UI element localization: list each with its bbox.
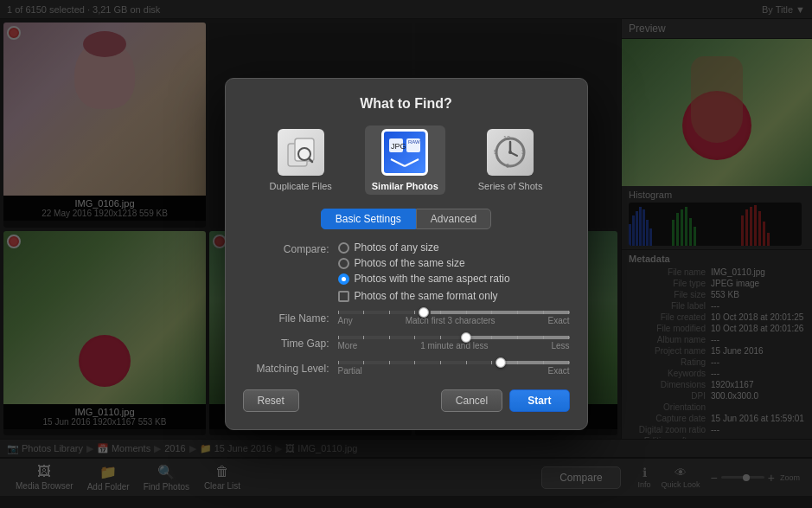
time-gap-label-right: Less [551, 341, 569, 350]
time-gap-row: Time Gap: More 1 minute and less Less [243, 336, 570, 352]
file-name-label-left: Any [338, 316, 353, 325]
checkbox-label-same-format: Photos of the same format only [355, 290, 498, 302]
compare-label: Compare: [243, 241, 338, 255]
tab-basic-settings[interactable]: Basic Settings [321, 209, 416, 229]
file-name-slider-container: Any Match first 3 characters Exact [338, 311, 570, 325]
modal-icon-row: Duplicate Files JPG RAW Similar Photos [243, 125, 570, 195]
matching-level-slider-labels: Partial Exact [338, 366, 570, 376]
svg-text:JPG: JPG [391, 142, 406, 151]
time-gap-label: Time Gap: [243, 336, 338, 350]
duplicate-files-icon-box [278, 129, 324, 176]
matching-level-label-right: Exact [547, 366, 569, 376]
duplicate-files-option[interactable]: Duplicate Files [263, 125, 339, 195]
file-name-label: File Name: [243, 311, 338, 325]
time-gap-slider-track[interactable] [338, 336, 570, 339]
file-name-slider-labels: Any Match first 3 characters Exact [338, 316, 570, 325]
modal-overlay: What to Find? Duplicate Files [0, 0, 812, 508]
file-name-slider-content: Any Match first 3 characters Exact [338, 311, 570, 327]
file-name-slider-thumb[interactable] [419, 307, 429, 318]
radio-same-aspect[interactable]: Photos with the same aspect ratio [338, 273, 570, 285]
reset-button[interactable]: Reset [243, 389, 299, 412]
similar-photos-icon-box: JPG RAW [381, 129, 428, 176]
matching-level-row: Matching Level: Partial Exact [243, 361, 570, 377]
radio-label-same-aspect: Photos with the same aspect ratio [355, 273, 510, 285]
svg-line-29 [405, 159, 419, 166]
file-name-row: File Name: Any Match first 3 characters … [243, 311, 570, 327]
radio-label-any-size: Photos of any size [355, 241, 439, 254]
radio-group: Photos of any size Photos of the same si… [338, 241, 570, 302]
matching-level-slider-track[interactable] [338, 361, 570, 364]
radio-any-size[interactable]: Photos of any size [338, 241, 570, 254]
time-gap-slider-thumb[interactable] [461, 332, 471, 343]
file-name-label-right: Exact [547, 316, 569, 325]
cancel-button[interactable]: Cancel [441, 389, 502, 412]
compare-row: Compare: Photos of any size Photos of th… [243, 241, 570, 302]
time-gap-slider-content: More 1 minute and less Less [338, 336, 570, 352]
matching-level-slider-thumb[interactable] [496, 357, 506, 368]
radio-same-size[interactable]: Photos of the same size [338, 257, 570, 269]
file-name-slider-track[interactable] [338, 311, 570, 314]
svg-rect-21 [295, 138, 314, 161]
svg-text:RAW: RAW [408, 139, 420, 145]
matching-level-label-left: Partial [338, 366, 362, 376]
svg-line-28 [391, 159, 405, 166]
compare-options: Photos of any size Photos of the same si… [338, 241, 570, 302]
matching-level-slider-content: Partial Exact [338, 361, 570, 377]
similar-photos-label: Similar Photos [372, 181, 438, 191]
duplicate-files-label: Duplicate Files [270, 181, 332, 191]
matching-level-label: Matching Level: [243, 361, 338, 375]
svg-line-33 [510, 152, 517, 156]
radio-circle-same-size [338, 258, 349, 269]
modal-actions: Reset Cancel Start [243, 389, 570, 412]
checkbox-same-format[interactable]: Photos of the same format only [338, 290, 570, 302]
time-gap-slider-labels: More 1 minute and less Less [338, 341, 570, 350]
tab-advanced[interactable]: Advanced [416, 209, 491, 229]
series-of-shots-option[interactable]: 12 3 6 9 Series of Shots [471, 125, 550, 195]
start-button[interactable]: Start [509, 389, 569, 412]
svg-text:9: 9 [494, 149, 497, 155]
modal-title: What to Find? [243, 96, 570, 112]
radio-circle-same-aspect [338, 273, 349, 285]
file-name-label-middle: Match first 3 characters [406, 316, 496, 325]
radio-circle-any-size [338, 242, 349, 254]
similar-photos-option[interactable]: JPG RAW Similar Photos [365, 125, 445, 195]
radio-label-same-size: Photos of the same size [355, 257, 465, 269]
time-gap-label-left: More [338, 341, 358, 350]
modal-tabs: Basic Settings Advanced [243, 209, 570, 229]
series-of-shots-label: Series of Shots [478, 181, 543, 191]
svg-text:6: 6 [506, 163, 509, 169]
time-gap-slider-container: More 1 minute and less Less [338, 336, 570, 350]
series-of-shots-icon-box: 12 3 6 9 [487, 129, 534, 176]
time-gap-label-middle: 1 minute and less [420, 341, 488, 350]
modal-dialog: What to Find? Duplicate Files [225, 78, 588, 430]
checkbox-box-same-format [338, 291, 349, 302]
matching-level-slider-container: Partial Exact [338, 361, 570, 376]
svg-text:12: 12 [503, 135, 510, 141]
svg-text:3: 3 [521, 149, 525, 155]
